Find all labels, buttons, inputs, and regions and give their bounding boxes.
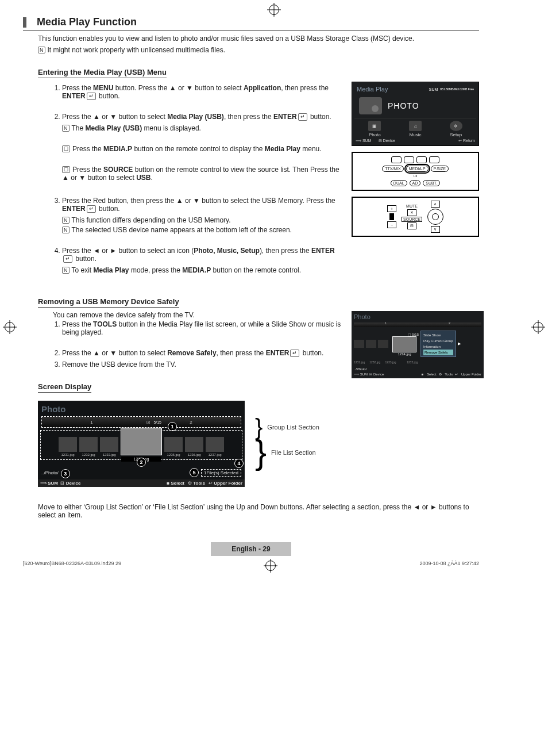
- step-1: Press the MENU button. Press the ▲ or ▼ …: [62, 84, 341, 100]
- remove-step-3: Remove the USB device from the TV.: [62, 360, 341, 369]
- callout-3: 3: [61, 469, 70, 478]
- remove-step-2: Press the ▲ or ▼ button to select Remove…: [62, 349, 341, 357]
- file-list-label: File List Section: [271, 449, 316, 456]
- callout-5: 5: [190, 468, 199, 477]
- group-list-label: Group List Section: [267, 424, 319, 431]
- registration-mark-top: [269, 5, 279, 15]
- figure-remove-safely: Photo 12 ▢ 5/15 1234.jpg Slide Show Play…: [352, 311, 484, 378]
- page-title-text: Media Play Function: [37, 16, 137, 28]
- figure-screen-display: Photo 1 2 1 1231.jpg 1232.jpg 1233.jpg ☑…: [38, 401, 245, 487]
- photo-label: PHOTO: [388, 101, 419, 110]
- enter-icon: ↵: [87, 93, 96, 100]
- note-icon: N: [62, 227, 70, 233]
- enter-icon: ↵: [87, 205, 96, 213]
- doc-footer-right: 2009-10-08 ¿ÀÀü 9:27:42: [419, 561, 479, 572]
- btn-photo: ▣Photo: [368, 121, 381, 137]
- figure-media-play-menu: Media Play SUM851.86MB/993.02MB Free PHO…: [352, 82, 479, 146]
- removing-lead: You can remove the device safely from th…: [38, 311, 341, 319]
- screen-display-heading: Screen Display: [38, 382, 91, 393]
- brace-icon: }: [255, 447, 267, 458]
- figure-remote-source: +− MUTE ✕ SOURCE ⊟ ∧∨: [352, 197, 479, 237]
- brace-icon: }: [255, 421, 263, 433]
- callout-2: 2: [137, 458, 146, 467]
- step-4: Press the ◄ or ► button to select an ico…: [62, 247, 341, 274]
- entering-heading: Entering the Media Play (USB) Menu: [38, 68, 167, 78]
- note-icon: N: [62, 125, 70, 132]
- enter-icon: ↵: [290, 350, 299, 357]
- registration-mark-bottom: [265, 561, 276, 571]
- note-icon: N: [62, 217, 70, 224]
- page-title: Media Play Function: [23, 16, 479, 31]
- doc-footer-left: [620-Weuro]BN68-02326A-03L09.ind29 29: [23, 561, 121, 572]
- note-icon: N: [62, 267, 70, 274]
- btn-music: ♫Music: [409, 121, 422, 137]
- camera-icon: [359, 97, 382, 114]
- callout-4: 4: [234, 459, 244, 468]
- remote-icon: ☐: [62, 145, 70, 152]
- step-3: Press the Red button, then press the ▲ o…: [62, 197, 341, 234]
- registration-mark-left: [5, 322, 15, 332]
- enter-icon: ↵: [298, 113, 307, 121]
- note-icon: N: [38, 47, 45, 53]
- intro-text: This function enables you to view and li…: [38, 34, 479, 43]
- figure-remote-mediap: TTX/MIXMEDIA.PP.SIZE I-II DUALADSUBT.: [352, 152, 479, 191]
- step-2: Press the ▲ or ▼ button to select Media …: [62, 113, 341, 182]
- intro-note: NIt might not work properly with unlicen…: [38, 46, 479, 54]
- fig-title: Media Play: [357, 86, 388, 93]
- remove-step-1: Press the TOOLS button in the Media Play…: [62, 320, 341, 336]
- removing-heading: Removing a USB Memory Device Safely: [38, 297, 179, 308]
- btn-setup: ✲Setup: [450, 121, 462, 137]
- enter-icon: ↵: [63, 255, 72, 263]
- remote-icon: ☐: [62, 166, 70, 173]
- page-number-pill: English - 29: [211, 542, 291, 556]
- move-note: Move to either ‘Group List Section’ or ‘…: [38, 503, 479, 519]
